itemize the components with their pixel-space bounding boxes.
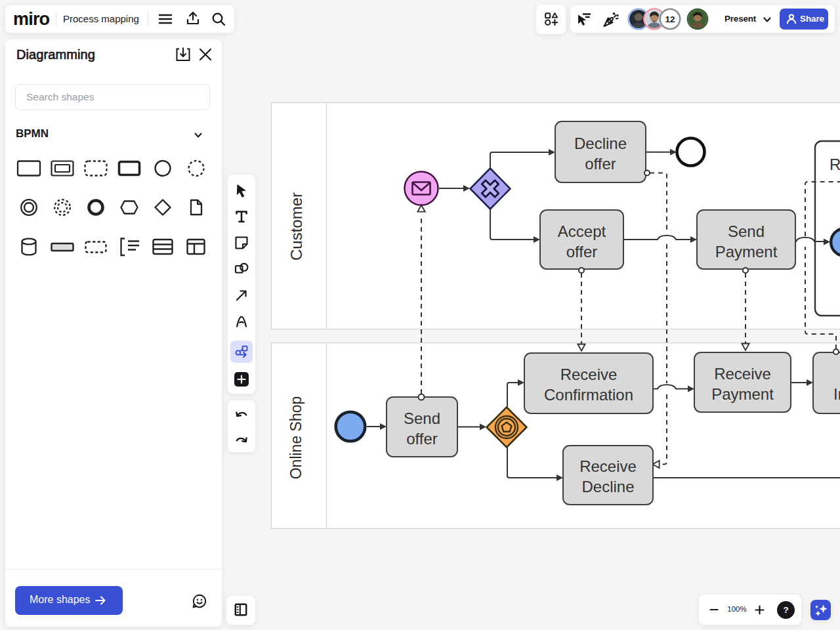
svg-text:Invoice: Invoice [833,385,840,403]
svg-text:Receive: Receive [560,366,618,383]
svg-text:Accept: Accept [558,222,606,240]
svg-text:Receive: Receive [579,457,637,475]
svg-text:Send: Send [728,222,765,240]
svg-text:Send: Send [404,410,440,427]
svg-text:Receive: Receive [714,365,771,383]
svg-text:offer: offer [585,155,616,173]
svg-text:Decline: Decline [574,135,627,152]
svg-text:Confirmation: Confirmation [544,386,633,404]
svg-text:offer: offer [406,430,438,448]
svg-text:offer: offer [566,243,598,261]
svg-text:Decline: Decline [581,478,634,495]
svg-text:12: 12 [665,14,675,24]
svg-text:Rece: Rece [830,156,840,173]
svg-text:Payment: Payment [711,385,774,403]
svg-text:Payment: Payment [715,243,778,261]
svg-text:Online Shop: Online Shop [287,396,304,480]
svg-text:Customer: Customer [287,192,305,261]
